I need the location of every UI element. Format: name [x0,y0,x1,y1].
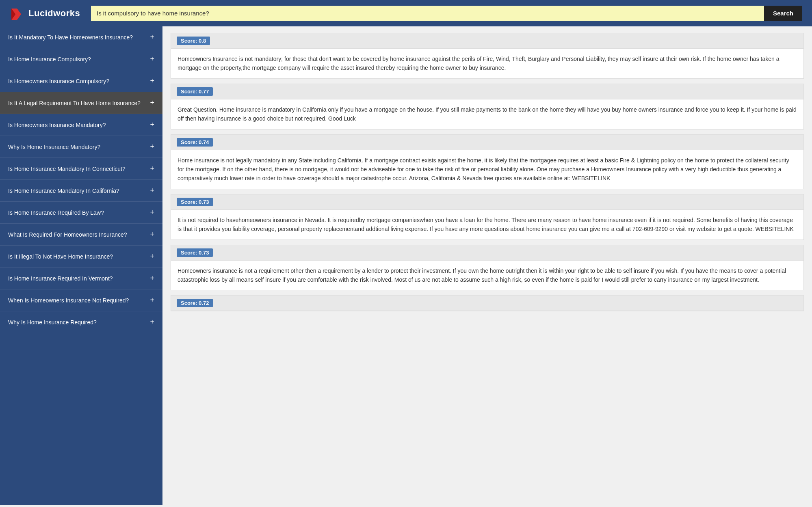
result-card-4: Score: 0.73Homeowners insurance is not a… [171,245,804,291]
lucidworks-logo-icon [10,6,24,21]
sidebar-item-6[interactable]: Is Home Insurance Mandatory In Connectic… [0,158,162,180]
search-bar: Search [91,6,802,21]
sidebar-item-label-3: Is It A Legal Requirement To Have Home I… [8,100,146,106]
sidebar-item-label-0: Is It Mandatory To Have Homeowners Insur… [8,34,146,41]
sidebar-item-10[interactable]: Is It Illegal To Not Have Home Insurance… [0,246,162,268]
sidebar-item-expand-icon-4[interactable]: + [150,121,154,129]
sidebar: Is It Mandatory To Have Homeowners Insur… [0,26,162,505]
result-text-1: Great Question. Home insurance is mandat… [171,99,803,129]
sidebar-item-13[interactable]: Why Is Home Insurance Required?+ [0,311,162,333]
score-badge-2: Score: 0.74 [177,138,213,147]
sidebar-item-7[interactable]: Is Home Insurance Mandatory In Californi… [0,180,162,202]
score-badge-4: Score: 0.73 [177,248,213,257]
sidebar-item-expand-icon-11[interactable]: + [150,274,154,283]
sidebar-item-1[interactable]: Is Home Insurance Compulsory?+ [0,48,162,70]
score-badge-row-1: Score: 0.77 [171,84,803,99]
sidebar-item-8[interactable]: Is Home Insurance Required By Law?+ [0,202,162,224]
sidebar-item-expand-icon-0[interactable]: + [150,33,154,41]
result-card-2: Score: 0.74Home insurance is not legally… [171,134,804,189]
sidebar-item-expand-icon-7[interactable]: + [150,186,154,195]
sidebar-item-12[interactable]: When Is Homeowners Insurance Not Require… [0,289,162,311]
sidebar-item-expand-icon-12[interactable]: + [150,296,154,304]
sidebar-item-label-7: Is Home Insurance Mandatory In Californi… [8,188,146,194]
sidebar-item-11[interactable]: Is Home Insurance Required In Vermont?+ [0,268,162,289]
logo-area: Lucidworks [10,6,83,21]
sidebar-item-label-9: What Is Required For Homeowners Insuranc… [8,231,146,238]
score-badge-row-5: Score: 0.72 [171,296,803,311]
search-button[interactable]: Search [764,6,802,21]
sidebar-item-label-12: When Is Homeowners Insurance Not Require… [8,297,146,304]
sidebar-item-label-2: Is Homeowners Insurance Compulsory? [8,78,146,84]
result-text-0: Homeowners Insurance is not mandatory; f… [171,49,803,78]
results-panel: Score: 0.8Homeowners Insurance is not ma… [162,26,812,505]
result-card-1: Score: 0.77Great Question. Home insuranc… [171,84,804,129]
result-text-2: Home insurance is not legally mandatory … [171,150,803,189]
sidebar-item-label-13: Why Is Home Insurance Required? [8,319,146,326]
score-badge-5: Score: 0.72 [177,299,213,307]
score-badge-row-3: Score: 0.73 [171,194,803,210]
sidebar-item-label-8: Is Home Insurance Required By Law? [8,209,146,216]
result-card-0: Score: 0.8Homeowners Insurance is not ma… [171,33,804,79]
sidebar-item-3[interactable]: Is It A Legal Requirement To Have Home I… [0,92,162,114]
result-card-3: Score: 0.73It is not required to havehom… [171,194,804,240]
score-badge-row-2: Score: 0.74 [171,135,803,150]
result-text-3: It is not required to havehomeowners ins… [171,210,803,239]
score-badge-1: Score: 0.77 [177,87,213,96]
sidebar-item-label-11: Is Home Insurance Required In Vermont? [8,275,146,282]
score-badge-row-4: Score: 0.73 [171,245,803,261]
sidebar-item-2[interactable]: Is Homeowners Insurance Compulsory?+ [0,70,162,92]
sidebar-item-label-10: Is It Illegal To Not Have Home Insurance… [8,253,146,260]
header: Lucidworks Search [0,0,812,26]
score-badge-3: Score: 0.73 [177,198,213,206]
sidebar-item-0[interactable]: Is It Mandatory To Have Homeowners Insur… [0,26,162,48]
sidebar-item-expand-icon-6[interactable]: + [150,164,154,173]
sidebar-item-4[interactable]: Is Homeowners Insurance Mandatory?+ [0,114,162,136]
result-text-4: Homeowners insurance is not a requiremen… [171,261,803,290]
sidebar-item-label-1: Is Home Insurance Compulsory? [8,56,146,63]
search-input[interactable] [91,6,764,21]
main-layout: Is It Mandatory To Have Homeowners Insur… [0,26,812,505]
sidebar-item-label-6: Is Home Insurance Mandatory In Connectic… [8,166,146,172]
sidebar-item-expand-icon-9[interactable]: + [150,230,154,239]
score-badge-row-0: Score: 0.8 [171,33,803,49]
sidebar-item-5[interactable]: Why Is Home Insurance Mandatory?+ [0,136,162,158]
sidebar-item-9[interactable]: What Is Required For Homeowners Insuranc… [0,224,162,246]
score-badge-0: Score: 0.8 [177,37,210,45]
sidebar-item-expand-icon-2[interactable]: + [150,77,154,85]
sidebar-item-expand-icon-10[interactable]: + [150,252,154,261]
sidebar-item-label-5: Why Is Home Insurance Mandatory? [8,144,146,150]
sidebar-item-expand-icon-3[interactable]: + [150,99,154,107]
sidebar-item-expand-icon-5[interactable]: + [150,142,154,151]
result-card-5: Score: 0.72 [171,295,804,311]
sidebar-item-expand-icon-1[interactable]: + [150,55,154,63]
sidebar-item-label-4: Is Homeowners Insurance Mandatory? [8,122,146,128]
logo-text: Lucidworks [28,8,80,19]
sidebar-item-expand-icon-13[interactable]: + [150,318,154,326]
sidebar-item-expand-icon-8[interactable]: + [150,208,154,217]
